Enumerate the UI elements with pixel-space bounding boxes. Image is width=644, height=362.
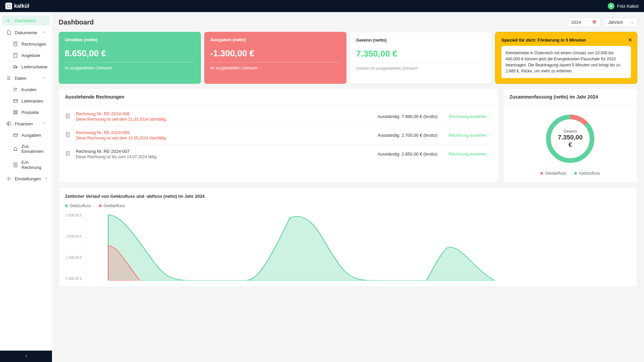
svg-point-3	[14, 67, 15, 68]
sidebar-label: Einstellungen	[15, 176, 41, 181]
card-title: Ausstehende Rechnungen	[59, 89, 498, 105]
sidebar-item-lieferscheine[interactable]: Lieferscheine	[0, 61, 52, 72]
invoice-row: Rechnung Nr. RE-2024-009 Diese Rechnung …	[65, 126, 492, 145]
view-invoice-link[interactable]: Rechnung ansehen	[449, 114, 492, 119]
sidebar-item-angebote[interactable]: Angebote	[0, 50, 52, 61]
sidebar-label: Produkte	[21, 110, 39, 115]
sidebar-item-zus-einnahmen[interactable]: Zus. Einnahmen	[0, 141, 52, 157]
page-title: Dashboard	[59, 18, 94, 26]
svg-rect-9	[16, 111, 17, 112]
chart-title: Zeitlicher Verlauf von Geldzufluss und -…	[65, 194, 631, 199]
invoice-amount: Ausständig: 2.850,00 € (brutto)	[378, 152, 438, 157]
invoice-name: Rechnung Nr. RE-2024-009	[76, 130, 373, 135]
view-invoice-link[interactable]: Rechnung ansehen	[449, 152, 492, 157]
donut-chart: Gewinn 7.350,00 €	[543, 112, 597, 166]
svg-point-0	[610, 5, 612, 7]
income-icon	[13, 146, 18, 152]
invoice-icon	[65, 132, 71, 138]
svg-rect-7	[14, 100, 17, 102]
stat-value: 8.650,00 €	[65, 48, 195, 62]
logo-icon: ⬚	[5, 3, 12, 9]
dot-icon	[540, 172, 543, 175]
svg-rect-11	[16, 113, 17, 114]
sidebar-item-rechnungen[interactable]: Rechnungen	[0, 38, 52, 50]
report-icon	[13, 162, 18, 168]
pending-invoices-card: Ausstehende Rechnungen Rechnung Nr. RE-2…	[59, 88, 498, 183]
offer-icon	[13, 53, 18, 58]
stat-expenses: Ausgaben (netto) -1.300,00 € Im ausgewäh…	[204, 32, 346, 84]
svg-point-5	[14, 88, 15, 89]
svg-point-4	[16, 67, 17, 68]
timeline-chart-card: Zeitlicher Verlauf von Geldzufluss und -…	[59, 187, 637, 287]
promo-body: Kleinbetriebe in Österreich mit einem Um…	[501, 46, 631, 78]
sidebar-label: Kunden	[21, 87, 37, 92]
sidebar-collapse-button[interactable]	[0, 351, 52, 362]
chart-plot	[85, 214, 631, 281]
main-content: Dashboard 2024 Jährlich Umsätze (netto) …	[52, 12, 644, 362]
sidebar: Dashboard Dokumente Rechnungen Angebote …	[0, 12, 52, 362]
sidebar-item-einstellungen[interactable]: Einstellungen	[0, 173, 52, 184]
invoice-amount: Ausständig: 2.700,00 € (brutto)	[378, 133, 438, 138]
dot-icon	[99, 204, 102, 207]
dot-icon	[65, 204, 68, 207]
sidebar-item-finanzen[interactable]: Finanzen	[0, 118, 52, 129]
sidebar-item-ausgaben[interactable]: Ausgaben	[0, 129, 52, 141]
stat-subtitle: Im ausgewählten Zeitraum	[65, 66, 195, 70]
legend-inflow: Geldzufluss	[574, 171, 600, 176]
svg-point-15	[8, 178, 9, 179]
sidebar-item-dokumente[interactable]: Dokumente	[0, 27, 52, 38]
document-icon	[6, 30, 11, 35]
invoice-row: Rechnung Nr. RE-2024-006 Diese Rechnung …	[65, 107, 492, 126]
invoice-name: Rechnung Nr. RE-2024-006	[76, 111, 373, 116]
donut-label: Gewinn	[557, 129, 584, 134]
sidebar-item-ea-rechnung[interactable]: E/A Rechnung	[0, 157, 52, 173]
invoice-note: Diese Rechnung ist seit dem 21.03.2024 ü…	[76, 117, 373, 122]
avatar-icon	[608, 3, 614, 9]
stat-title: Umsätze (netto)	[65, 37, 195, 42]
sidebar-item-lieferanten[interactable]: Lieferanten	[0, 95, 52, 107]
svg-rect-8	[14, 111, 15, 112]
truck-icon	[13, 64, 18, 69]
close-icon[interactable]: ✕	[628, 37, 632, 43]
stat-subtitle: Im ausgewählten Zeitraum	[210, 66, 340, 70]
invoice-note: Diese Rechnung ist seit dem 14.05.2024 ü…	[76, 136, 373, 140]
invoice-name: Rechnung Nr. RE-2024-007	[76, 149, 373, 154]
stat-title: Gewinn (netto)	[356, 38, 486, 43]
dot-icon	[574, 172, 577, 175]
period-select[interactable]: Jährlich	[604, 17, 637, 27]
legend-outflow: Geldabfluss	[99, 203, 125, 208]
svg-point-12	[7, 122, 11, 126]
stat-subtitle: Gewinn im ausgewählten Zeitraum	[356, 66, 486, 71]
user-menu[interactable]: Fritz Kalkül	[608, 3, 639, 9]
stat-value: -1.300,00 €	[210, 48, 340, 62]
stat-profit: Gewinn (netto) 7.350,00 € Gewinn im ausg…	[350, 32, 492, 84]
supplier-icon	[13, 98, 18, 104]
invoice-amount: Ausständig: 7.980,00 € (brutto)	[378, 114, 438, 119]
sidebar-item-produkte[interactable]: Produkte	[0, 107, 52, 118]
y-tick: 2.500,00 €	[65, 214, 82, 217]
products-icon	[13, 110, 18, 115]
invoice-icon	[65, 113, 71, 120]
year-select[interactable]: 2024	[567, 17, 600, 27]
svg-rect-10	[14, 113, 15, 114]
database-icon	[6, 75, 11, 81]
view-invoice-link[interactable]: Rechnung ansehen	[449, 133, 492, 138]
chevron-up-icon	[42, 30, 46, 35]
sidebar-label: Zus. Einnahmen	[21, 144, 46, 154]
sidebar-item-kunden[interactable]: Kunden	[0, 84, 52, 95]
sidebar-item-daten[interactable]: Daten	[0, 72, 52, 84]
invoice-note: Diese Rechnung ist bis zum 14.07.2024 fä…	[76, 155, 373, 159]
chevron-up-icon	[42, 76, 46, 81]
sidebar-label: Dashboard	[15, 18, 36, 23]
sidebar-item-dashboard[interactable]: Dashboard	[2, 15, 50, 25]
card-title: Zusammenfassung (netto) im Jahr 2024	[503, 89, 637, 105]
svg-rect-14	[14, 163, 17, 167]
svg-rect-13	[13, 134, 17, 137]
promo-title: Speziell für dich: Förderung in 5 Minute…	[501, 38, 631, 43]
chart-bar-icon	[6, 18, 11, 23]
promo-card[interactable]: ✕ Speziell für dich: Förderung in 5 Minu…	[495, 32, 637, 84]
expense-icon	[13, 132, 18, 138]
brand-logo[interactable]: ⬚ kalkül	[5, 3, 29, 9]
gear-icon	[6, 176, 11, 181]
sidebar-label: Lieferscheine	[21, 64, 47, 69]
